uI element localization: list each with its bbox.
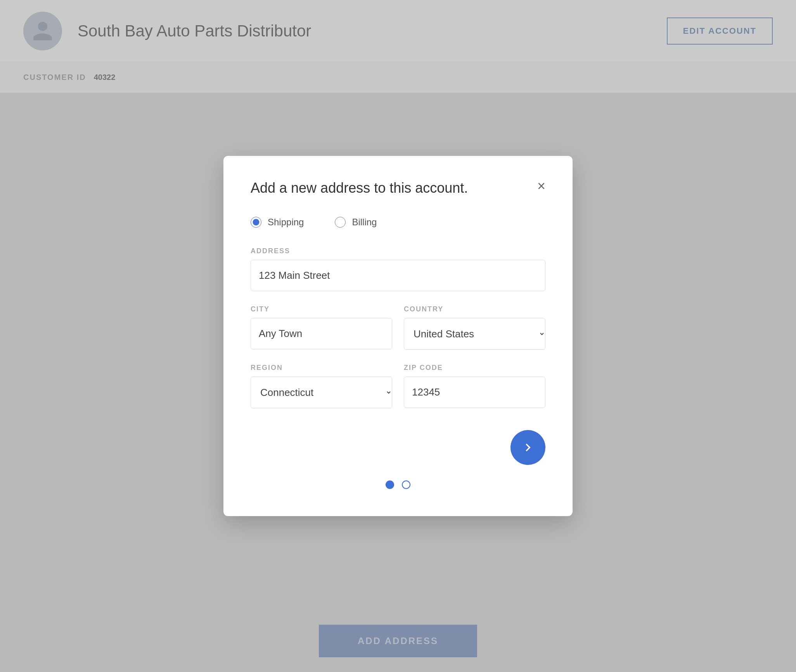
region-label: REGION — [251, 364, 392, 372]
dot-2 — [402, 480, 410, 489]
modal: Add a new address to this account. × Shi… — [223, 156, 573, 516]
billing-radio[interactable] — [335, 217, 346, 228]
country-group: COUNTRY United States Canada United King… — [404, 305, 545, 350]
city-label: CITY — [251, 305, 392, 313]
zip-group: ZIP CODE — [404, 364, 545, 408]
billing-label: Billing — [352, 217, 377, 228]
address-group: ADDRESS — [251, 247, 545, 291]
modal-header: Add a new address to this account. × — [251, 179, 545, 197]
city-group: CITY — [251, 305, 392, 350]
zip-input[interactable] — [404, 377, 545, 408]
pagination-dots — [251, 480, 545, 489]
dot-1 — [386, 480, 394, 489]
modal-close-button[interactable]: × — [537, 179, 545, 193]
arrow-right-icon — [520, 440, 536, 455]
region-group: REGION Connecticut Alabama Alaska Arizon… — [251, 364, 392, 408]
shipping-radio[interactable] — [251, 217, 261, 228]
region-zip-row: REGION Connecticut Alabama Alaska Arizon… — [251, 364, 545, 422]
billing-radio-label[interactable]: Billing — [335, 217, 377, 228]
address-label: ADDRESS — [251, 247, 545, 255]
country-label: COUNTRY — [404, 305, 545, 313]
region-select[interactable]: Connecticut Alabama Alaska Arizona Arkan… — [251, 377, 392, 408]
shipping-radio-label[interactable]: Shipping — [251, 217, 304, 228]
address-input[interactable] — [251, 260, 545, 291]
zip-label: ZIP CODE — [404, 364, 545, 372]
next-button[interactable] — [510, 430, 545, 465]
city-country-row: CITY COUNTRY United States Canada United… — [251, 305, 545, 364]
shipping-label: Shipping — [268, 217, 304, 228]
modal-title: Add a new address to this account. — [251, 179, 483, 197]
country-select[interactable]: United States Canada United Kingdom Aust… — [404, 318, 545, 350]
modal-overlay: Add a new address to this account. × Shi… — [0, 0, 796, 672]
address-type-group: Shipping Billing — [251, 217, 545, 228]
city-input[interactable] — [251, 318, 392, 349]
